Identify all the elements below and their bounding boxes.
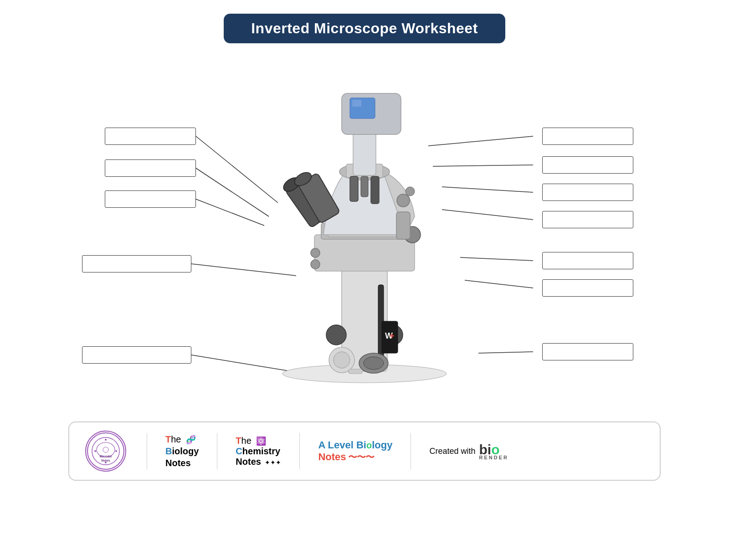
chemistry-line3: Notes ✦✦✦: [236, 457, 281, 467]
svg-point-53: [105, 439, 107, 441]
footer: Microbe Notes The 🧬 Biology Notes The: [68, 421, 661, 481]
chem-he: he: [241, 436, 252, 446]
label-right-3: [542, 184, 633, 201]
svg-point-34: [311, 248, 320, 257]
svg-point-41: [334, 352, 350, 368]
svg-point-47: [87, 433, 124, 469]
alevel-logy-text: logy: [372, 439, 392, 451]
biology-notes-line3: Notes: [165, 457, 199, 469]
alevel-line2: Notes 〜〜〜: [318, 451, 392, 463]
chemistry-line2: Chemistry: [236, 446, 280, 457]
svg-point-50: [103, 447, 108, 452]
alevel-notes-red: Notes: [318, 451, 346, 463]
title-box: Inverted Microscope Worksheet: [224, 14, 505, 43]
footer-divider-4: [411, 433, 411, 469]
alevel-biology-notes: A Level Biology Notes 〜〜〜: [318, 439, 392, 463]
svg-text:+: +: [390, 331, 395, 340]
created-with-biorender: Created with bio RENDER: [429, 442, 508, 460]
svg-point-35: [311, 260, 320, 269]
logo-circle: Microbe Notes: [85, 431, 126, 472]
chem-c: C: [236, 446, 242, 456]
chem-t: T: [236, 436, 241, 446]
created-with-text: Created with: [429, 447, 475, 456]
biorender-logo: bio RENDER: [479, 442, 508, 460]
label-right-6: [542, 279, 633, 297]
label-right-2: [542, 156, 633, 174]
svg-point-51: [94, 450, 96, 452]
label-left-2: [105, 159, 196, 177]
label-right-4: [542, 211, 633, 228]
footer-divider-3: [299, 433, 300, 469]
svg-rect-44: [349, 369, 362, 374]
label-right-7: [542, 343, 633, 360]
label-left-4: [82, 255, 191, 272]
page-title: Inverted Microscope Worksheet: [251, 20, 478, 36]
biology-b: B: [165, 446, 172, 456]
svg-point-46: [397, 194, 410, 207]
chem-hemistry: hemistry: [242, 446, 280, 456]
chem-sparkle-icon: ✦✦✦: [265, 459, 281, 466]
biology-dna-icon: 🧬: [186, 435, 196, 444]
svg-rect-22: [371, 176, 379, 204]
alevel-a-letter: A: [318, 439, 325, 451]
biology-notes-line1: The 🧬: [165, 433, 199, 445]
svg-point-52: [115, 450, 117, 452]
footer-divider-1: [147, 433, 147, 469]
svg-point-14: [326, 325, 346, 345]
svg-text:Microbe: Microbe: [100, 455, 112, 458]
svg-rect-16: [314, 235, 415, 271]
diagram-area: W +: [68, 57, 661, 412]
biology-notes-line2: Biology: [165, 445, 199, 457]
render-label: RENDER: [479, 455, 508, 460]
page-wrapper: Inverted Microscope Worksheet: [68, 0, 661, 490]
alevel-level-text: Level: [328, 439, 356, 451]
label-left-5: [82, 346, 191, 364]
label-left-1: [105, 128, 196, 145]
label-right-5: [542, 252, 633, 269]
alevel-line1: A Level Biology: [318, 439, 392, 451]
alevel-o-icon: o: [366, 440, 372, 450]
biology-notes-text: Notes: [165, 458, 191, 468]
svg-rect-21: [350, 176, 358, 201]
label-left-3: [105, 190, 196, 208]
label-right-1: [542, 128, 633, 145]
biology-he: he: [171, 434, 181, 444]
alevel-dna-waves: 〜〜〜: [348, 451, 374, 463]
chem-notes-text: Notes: [236, 457, 261, 467]
footer-divider-2: [217, 433, 217, 469]
svg-point-33: [406, 187, 415, 196]
chem-atom-icon: ⚛️: [256, 437, 266, 446]
microbe-notes-logo: Microbe Notes: [83, 431, 128, 472]
chemistry-notes-brand: The ⚛️ Chemistry Notes ✦✦✦: [236, 436, 281, 467]
chemistry-line1: The ⚛️: [236, 436, 266, 446]
biology-iology: iology: [172, 446, 199, 456]
biology-t: T: [165, 434, 171, 444]
microscope-image: W +: [237, 57, 492, 385]
svg-rect-27: [352, 100, 361, 107]
svg-rect-23: [361, 176, 368, 197]
svg-rect-45: [396, 212, 410, 239]
biology-notes-brand: The 🧬 Biology Notes: [165, 433, 199, 469]
svg-text:Notes: Notes: [101, 459, 110, 462]
alevel-bi-text: Bi: [356, 439, 366, 451]
svg-point-43: [364, 357, 384, 370]
